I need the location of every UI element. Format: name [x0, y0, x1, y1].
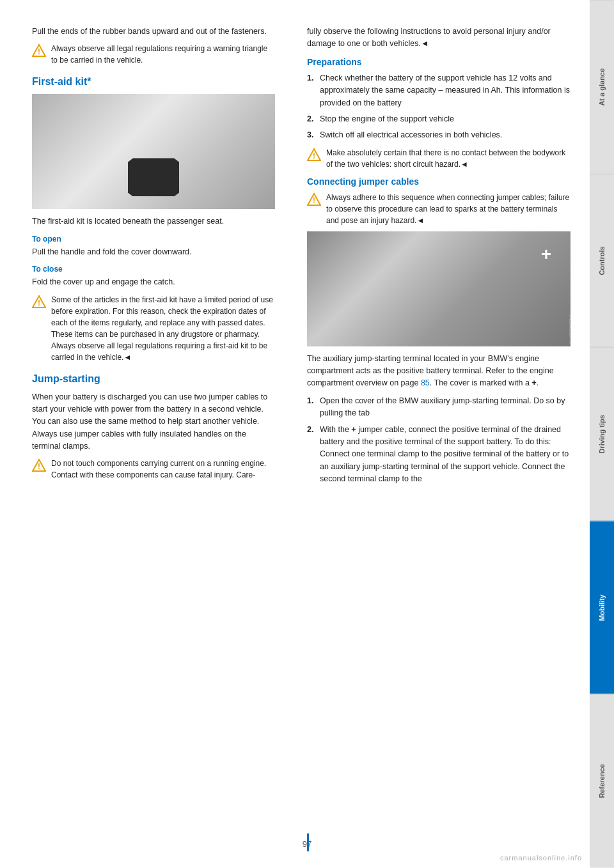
warning-icon-2: ! — [32, 295, 46, 309]
preparations-heading: Preparations — [307, 57, 571, 67]
image-code-2: HC2A183PR — [568, 314, 571, 344]
jumper-image: HC2A183PR — [307, 231, 571, 346]
continued-text: fully observe the following instructions… — [307, 26, 571, 50]
to-close-text: Fold the cover up and engage the catch. — [32, 276, 275, 288]
preparations-list: 1. Check whether the battery of the supp… — [307, 72, 571, 142]
image-code-1: HC2A181AM — [272, 177, 275, 207]
warning-icon-1: ! — [32, 43, 46, 58]
svg-text:!: ! — [313, 196, 315, 205]
sidebar-tab-reference[interactable]: Reference — [590, 694, 614, 868]
warning-1-text: Always observe all legal regulations req… — [51, 43, 275, 66]
to-open-label: To open — [32, 235, 275, 244]
warning-1: ! Always observe all legal regulations r… — [32, 43, 275, 66]
warning-3: ! Do not touch components carrying curre… — [32, 458, 275, 481]
warning-5: ! Always adhere to this sequence when co… — [307, 192, 571, 226]
watermark: carmanualsonline.info — [500, 854, 582, 862]
first-aid-section: First-aid kit* HC2A181AM The first-aid k… — [32, 76, 275, 362]
page-line — [307, 833, 309, 851]
prep-item-3: 3. Switch off all electrical accessories… — [307, 129, 571, 141]
warning-icon-5: ! — [307, 192, 321, 206]
page-ref-link[interactable]: 85 — [421, 378, 430, 387]
warning-2-text: Some of the articles in the first-aid ki… — [51, 294, 275, 363]
prep-item-2: 2. Stop the engine of the support vehicl… — [307, 113, 571, 125]
first-aid-caption: The first-aid kit is located beneath the… — [32, 215, 275, 228]
jump-starting-intro: When your battery is discharged you can … — [32, 391, 275, 453]
connecting-heading: Connecting jumper cables — [307, 176, 571, 187]
warning-3-text: Do not touch components carrying current… — [51, 458, 275, 481]
sidebar-tab-at-a-glance[interactable]: At a glance — [590, 0, 614, 174]
jump-starting-section: Jump-starting When your battery is disch… — [32, 373, 275, 481]
sidebar-tab-driving-tips[interactable]: Driving tips — [590, 347, 614, 521]
left-column: Pull the ends of the rubber bands upward… — [0, 26, 294, 842]
svg-text:!: ! — [38, 462, 40, 471]
first-aid-image: HC2A181AM — [32, 94, 275, 209]
warning-4-text: Make absolutely certain that there is no… — [326, 147, 571, 170]
steps-list: 1. Open the cover of the BMW auxiliary j… — [307, 395, 571, 486]
warning-icon-4: ! — [307, 148, 321, 162]
svg-text:!: ! — [38, 298, 40, 307]
svg-text:!: ! — [313, 151, 315, 160]
warning-2: ! Some of the articles in the first-aid … — [32, 294, 275, 363]
plus-symbol: + — [531, 378, 536, 387]
svg-text:!: ! — [38, 47, 40, 56]
warning-4: ! Make absolutely certain that there is … — [307, 147, 571, 170]
warning-5-text: Always adhere to this sequence when conn… — [326, 192, 571, 226]
right-column: fully observe the following instructions… — [294, 26, 590, 842]
to-close-label: To close — [32, 265, 275, 274]
sidebar-tab-mobility[interactable]: Mobility — [590, 521, 614, 695]
sidebar: At a glance Controls Driving tips Mobili… — [590, 0, 614, 868]
warning-icon-3: ! — [32, 458, 46, 472]
step-1: 1. Open the cover of the BMW auxiliary j… — [307, 395, 571, 420]
first-aid-heading: First-aid kit* — [32, 76, 275, 88]
after-image-text: The auxiliary jump-starting terminal loc… — [307, 353, 571, 390]
sidebar-tab-controls[interactable]: Controls — [590, 174, 614, 348]
prep-item-1: 1. Check whether the battery of the supp… — [307, 72, 571, 109]
to-open-text: Pull the handle and fold the cover downw… — [32, 246, 275, 258]
step-2: 2. With the + jumper cable, connect the … — [307, 424, 571, 486]
jump-starting-heading: Jump-starting — [32, 373, 275, 385]
intro-text: Pull the ends of the rubber bands upward… — [32, 26, 275, 38]
